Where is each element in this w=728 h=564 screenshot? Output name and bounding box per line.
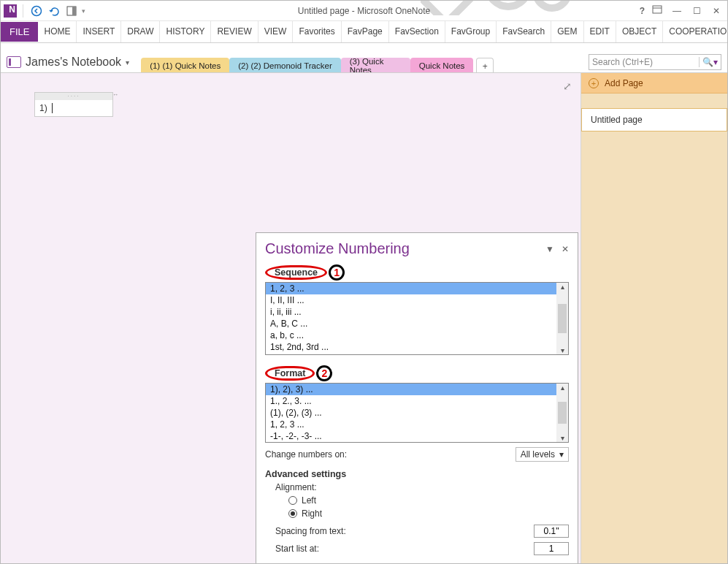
app-window: ▾ Untitled page - Microsoft OneNote ? — …	[0, 0, 728, 564]
spacing-input[interactable]	[534, 525, 569, 538]
start-at-input[interactable]	[534, 542, 569, 555]
ribbon-tab-insert[interactable]: INSERT	[77, 21, 121, 42]
format-option[interactable]: 1), 2), 3) ...	[266, 384, 556, 395]
alignment-label: Alignment:	[275, 482, 317, 492]
search-placeholder: Search (Ctrl+E)	[592, 57, 653, 67]
change-numbers-label: Change numbers on:	[265, 449, 347, 460]
ribbon-tab-object[interactable]: OBJECT	[616, 21, 663, 42]
sequence-option[interactable]: 1st, 2nd, 3rd ...	[266, 341, 556, 353]
ribbon-tab-view[interactable]: VIEW	[258, 21, 294, 42]
ribbon-tabs: HOME INSERT DRAW HISTORY REVIEW VIEW Fav…	[38, 21, 728, 42]
title-bar: ▾ Untitled page - Microsoft OneNote ? — …	[1, 1, 727, 21]
ribbon-tab-home[interactable]: HOME	[38, 21, 77, 42]
page-pane: + Add Page Untitled page	[581, 72, 727, 563]
section-tab-3[interactable]: (3) Quick Notes	[341, 58, 410, 74]
panel-title: Customize Numbering	[265, 240, 410, 257]
ribbon-tab-favorites[interactable]: Favorites	[293, 21, 341, 42]
ribbon-tab-favsection[interactable]: FavSection	[389, 21, 445, 42]
work-area: ⤢ ···· 1) Customize Numbering ▼ ✕	[1, 72, 727, 563]
add-page-button[interactable]: + Add Page	[581, 73, 727, 94]
sequence-listbox[interactable]: 1, 2, 3 ... I, II, III ... i, ii, iii ..…	[265, 282, 569, 355]
search-input[interactable]: Search (Ctrl+E) 🔍▾	[589, 54, 721, 70]
ribbon-tab-review[interactable]: REVIEW	[211, 21, 258, 42]
ribbon-tab-draw[interactable]: DRAW	[121, 21, 160, 42]
add-section-button[interactable]: +	[476, 58, 494, 74]
format-heading: Format	[265, 366, 315, 381]
change-numbers-dropdown[interactable]: All levels ▾	[516, 447, 569, 462]
sequence-scrollbar[interactable]: ▴▾	[556, 283, 568, 354]
sequence-heading: Sequence	[265, 265, 327, 280]
format-option[interactable]: -1-, -2-, -3- ...	[266, 430, 556, 442]
ribbon: FILE HOME INSERT DRAW HISTORY REVIEW VIE…	[1, 21, 727, 43]
minimize-icon[interactable]: —	[670, 4, 684, 18]
svg-rect-6	[653, 6, 662, 13]
sequence-option[interactable]: 1, 2, 3 ...	[266, 283, 556, 294]
section-tab-2[interactable]: (2) (2) Demonoid Tracker	[229, 58, 340, 74]
sequence-option[interactable]: i, ii, iii ...	[266, 306, 556, 318]
window-title: Untitled page - Microsoft OneNote	[1, 6, 727, 16]
ribbon-tab-edit[interactable]: EDIT	[584, 21, 616, 42]
text-cursor	[52, 103, 53, 113]
svg-point-3	[32, 6, 42, 15]
ribbon-display-icon[interactable]	[652, 5, 662, 16]
sequence-option[interactable]: I, II, III ...	[266, 294, 556, 306]
back-icon[interactable]	[29, 4, 44, 18]
ribbon-tab-favsearch[interactable]: FavSearch	[497, 21, 551, 42]
maximize-icon[interactable]: ☐	[690, 4, 704, 18]
panel-options-icon[interactable]: ▼	[545, 244, 554, 254]
format-option[interactable]: 1., 2., 3. ...	[266, 395, 556, 407]
notebook-caret-icon[interactable]: ▾	[126, 58, 129, 66]
notebook-icon	[7, 56, 21, 68]
alignment-right-radio[interactable]	[288, 509, 297, 518]
ribbon-tab-favgroup[interactable]: FavGroup	[445, 21, 497, 42]
help-icon[interactable]: ?	[640, 6, 645, 16]
notebook-bar: James's Notebook ▾ (1) (1) Quick Notes (…	[1, 52, 727, 72]
onenote-logo-icon	[4, 4, 17, 18]
svg-point-1	[488, 0, 529, 7]
list-marker: 1)	[39, 103, 47, 113]
svg-rect-5	[72, 7, 76, 15]
section-tab-1[interactable]: (1) (1) Quick Notes	[141, 58, 229, 74]
title-decoration	[421, 0, 596, 15]
notebook-selector[interactable]: James's Notebook	[26, 56, 121, 69]
ribbon-tab-cooperation[interactable]: COOPERATION	[663, 21, 728, 42]
customize-numbering-panel: Customize Numbering ▼ ✕ Sequence 1 1, 2,…	[256, 232, 578, 564]
dock-icon[interactable]	[64, 4, 79, 18]
format-option[interactable]: (1), (2), (3) ...	[266, 407, 556, 419]
format-scrollbar[interactable]: ▴▾	[556, 384, 568, 442]
note-drag-handle[interactable]: ····	[35, 93, 112, 100]
alignment-left-radio[interactable]	[288, 496, 297, 505]
chevron-down-icon: ▾	[559, 449, 564, 460]
plus-icon: +	[589, 78, 599, 88]
ribbon-file-tab[interactable]: FILE	[1, 22, 38, 42]
sequence-option[interactable]: A, B, C ...	[266, 318, 556, 329]
start-at-label: Start list at:	[275, 544, 319, 554]
change-numbers-value: All levels	[521, 449, 555, 460]
close-icon[interactable]: ✕	[710, 4, 723, 18]
note-body[interactable]: 1)	[35, 100, 112, 116]
ribbon-tab-history[interactable]: HISTORY	[160, 21, 211, 42]
panel-close-icon[interactable]: ✕	[562, 244, 569, 254]
fullpage-icon[interactable]: ⤢	[563, 80, 572, 92]
sequence-option[interactable]: One, Two, Three ...	[266, 353, 556, 354]
sequence-option[interactable]: a, b, c ...	[266, 329, 556, 341]
format-listbox[interactable]: 1), 2), 3) ... 1., 2., 3. ... (1), (2), …	[265, 383, 569, 443]
ribbon-tab-favpage[interactable]: FavPage	[342, 21, 389, 42]
ribbon-tab-gem[interactable]: GEM	[551, 21, 583, 42]
qa-caret-icon[interactable]: ▾	[82, 7, 85, 15]
section-tabs: (1) (1) Quick Notes (2) (2) Demonoid Tra…	[141, 52, 494, 72]
annotation-circle-1: 1	[329, 264, 345, 281]
section-tab-4[interactable]: Quick Notes	[410, 58, 474, 74]
svg-point-2	[536, 0, 568, 8]
page-canvas[interactable]: ⤢ ···· 1) Customize Numbering ▼ ✕	[1, 72, 581, 563]
advanced-settings-heading: Advanced settings	[256, 462, 578, 481]
svg-rect-0	[421, 0, 472, 15]
search-icon[interactable]: 🔍▾	[699, 57, 718, 67]
page-list-item[interactable]: Untitled page	[581, 108, 727, 132]
undo-icon[interactable]	[47, 4, 61, 18]
note-container[interactable]: ···· 1)	[34, 92, 113, 117]
alignment-left-label: Left	[302, 495, 316, 506]
annotation-circle-2: 2	[316, 365, 332, 381]
format-option[interactable]: 1, 2, 3 ...	[266, 419, 556, 430]
spacing-label: Spacing from text:	[275, 526, 346, 536]
